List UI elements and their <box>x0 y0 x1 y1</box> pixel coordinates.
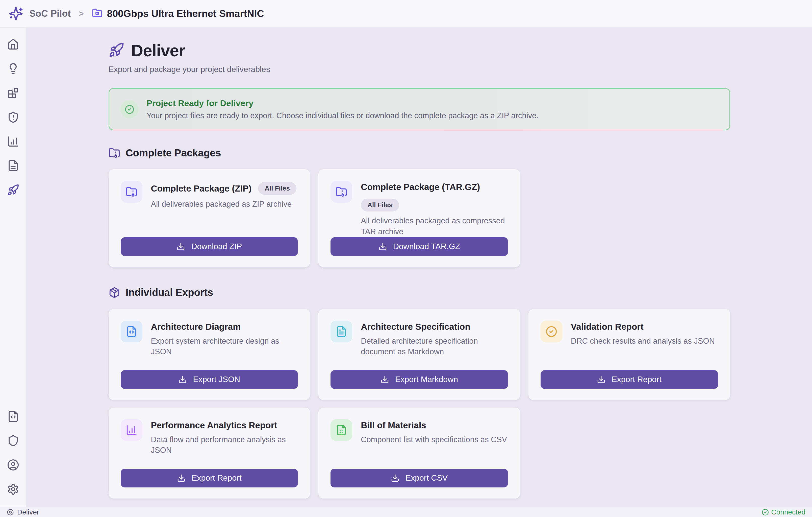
package-card-zip: Complete Package (ZIP) All Files All del… <box>109 169 310 267</box>
download-zip-button[interactable]: Download ZIP <box>121 237 298 256</box>
home-icon[interactable] <box>7 38 19 51</box>
section-title: Individual Exports <box>126 287 213 298</box>
download-icon <box>176 242 185 251</box>
page-subtitle: Export and package your project delivera… <box>109 65 730 74</box>
card-title: Architecture Diagram <box>151 322 241 332</box>
export-card-bill-of-materials: Bill of Materials Component list with sp… <box>318 408 520 498</box>
status-current-view: Deliver <box>6 508 39 516</box>
card-description: DRC check results and analysis as JSON <box>571 336 715 347</box>
folder-icon <box>92 8 103 20</box>
circle-check-icon <box>120 100 139 118</box>
export-card-architecture-diagram: Architecture Diagram Export system archi… <box>109 309 310 400</box>
shield-icon[interactable] <box>7 435 19 447</box>
file-code-icon <box>121 321 142 343</box>
file-code-icon[interactable] <box>7 410 19 423</box>
circle-check-icon <box>762 509 769 516</box>
download-icon <box>597 375 606 384</box>
gear-icon[interactable] <box>7 483 19 495</box>
section-individual-exports: Individual Exports <box>109 287 730 298</box>
circle-dot-icon <box>6 509 14 516</box>
download-icon <box>391 474 400 482</box>
export-json-button[interactable]: Export JSON <box>121 370 298 389</box>
package-icon <box>109 287 120 298</box>
sidebar <box>0 28 27 507</box>
rocket-icon[interactable] <box>7 184 19 196</box>
folder-archive-icon <box>121 181 142 203</box>
user-circle-icon[interactable] <box>7 459 19 471</box>
folder-archive-icon <box>330 181 352 203</box>
download-icon <box>380 375 389 384</box>
breadcrumb-project-name: 800Gbps Ultra Ethernet SmartNIC <box>107 8 264 19</box>
card-description: Detailed architecture specification docu… <box>361 336 508 358</box>
card-title: Bill of Materials <box>361 420 426 430</box>
export-markdown-button[interactable]: Export Markdown <box>330 370 508 389</box>
export-card-performance-analytics: Performance Analytics Report Data flow a… <box>109 408 310 498</box>
file-text-icon[interactable] <box>7 160 19 172</box>
download-icon <box>378 242 387 251</box>
chart-column-icon[interactable] <box>7 135 19 147</box>
banner-description: Your project files are ready to export. … <box>147 111 539 120</box>
download-icon <box>177 474 185 482</box>
breadcrumb-app-name[interactable]: SoC Pilot <box>29 8 71 19</box>
folder-archive-icon <box>109 147 120 159</box>
page-title: Deliver <box>131 41 185 60</box>
breadcrumb-project: 800Gbps Ultra Ethernet SmartNIC <box>92 8 264 20</box>
export-card-architecture-specification: Architecture Specification Detailed arch… <box>318 309 520 400</box>
card-description: All deliverables packaged as compressed … <box>361 216 508 237</box>
breadcrumb-separator: > <box>79 9 84 19</box>
chart-column-icon <box>121 419 142 441</box>
card-description: Component list with specifications as CS… <box>361 434 507 445</box>
blocks-icon[interactable] <box>7 87 19 99</box>
download-icon <box>178 375 187 384</box>
circle-check-icon <box>541 321 562 343</box>
app-header: SoC Pilot > 800Gbps Ultra Ethernet Smart… <box>0 0 812 28</box>
rocket-icon <box>109 42 124 59</box>
all-files-badge: All Files <box>361 199 399 212</box>
exports-grid: Architecture Diagram Export system archi… <box>109 309 730 498</box>
card-title: Architecture Specification <box>361 322 470 332</box>
shield-alert-icon[interactable] <box>7 111 19 123</box>
export-csv-button[interactable]: Export CSV <box>330 469 508 487</box>
all-files-badge: All Files <box>258 182 296 195</box>
export-report-button[interactable]: Export Report <box>541 370 718 389</box>
section-complete-packages: Complete Packages <box>109 147 730 159</box>
card-title: Validation Report <box>571 322 644 332</box>
card-title: Complete Package (ZIP) <box>151 184 252 194</box>
ready-banner: Project Ready for Delivery Your project … <box>109 88 730 130</box>
section-title: Complete Packages <box>126 147 221 159</box>
download-targz-button[interactable]: Download TAR.GZ <box>330 237 508 256</box>
sparkles-icon <box>8 6 23 21</box>
export-report-button[interactable]: Export Report <box>121 469 298 487</box>
card-title: Complete Package (TAR.GZ) <box>361 182 480 192</box>
main-area: Deliver Export and package your project … <box>27 28 812 507</box>
card-description: All deliverables packaged as ZIP archive <box>151 199 296 210</box>
lightbulb-icon[interactable] <box>7 63 19 75</box>
status-bar: Deliver Connected <box>0 507 812 517</box>
connection-status: Connected <box>762 508 806 516</box>
card-title: Performance Analytics Report <box>151 420 278 430</box>
banner-title: Project Ready for Delivery <box>147 98 539 108</box>
package-card-targz: Complete Package (TAR.GZ) All Files All … <box>318 169 520 267</box>
file-text-icon <box>330 321 352 343</box>
card-description: Data flow and performance analysis as JS… <box>151 434 298 456</box>
card-description: Export system architecture design as JSO… <box>151 336 298 358</box>
file-spreadsheet-icon <box>330 419 352 441</box>
export-card-validation-report: Validation Report DRC check results and … <box>528 309 730 400</box>
packages-grid: Complete Package (ZIP) All Files All del… <box>109 169 730 267</box>
